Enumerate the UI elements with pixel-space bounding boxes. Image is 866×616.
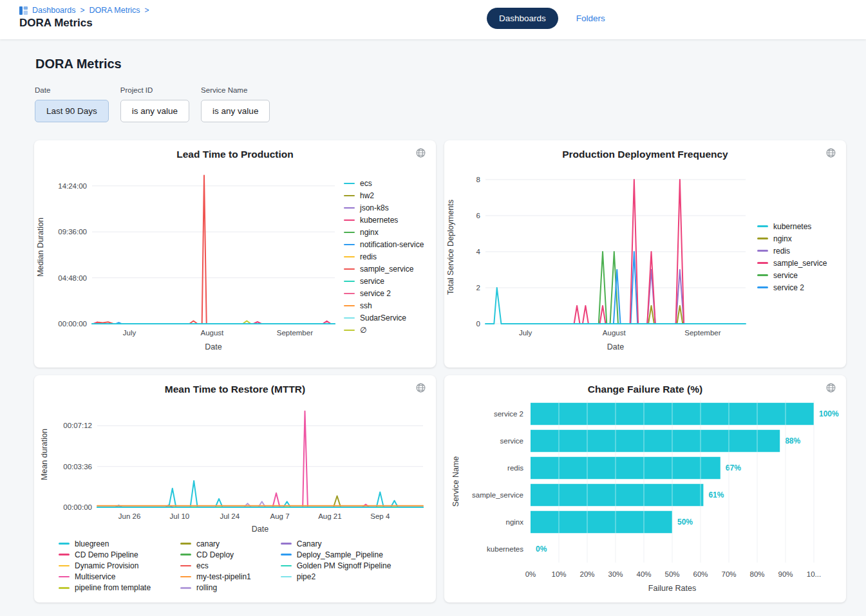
svg-text:8: 8 (476, 176, 480, 183)
legend-label: kubernetes (360, 216, 398, 225)
filter-project-id-value-button[interactable]: is any value (120, 100, 189, 122)
legend-swatch (344, 207, 355, 209)
legend-item[interactable]: service (757, 271, 827, 280)
svg-text:Failure Rates: Failure Rates (648, 584, 696, 593)
globe-icon[interactable] (414, 381, 428, 397)
legend-item[interactable]: ecs (180, 561, 251, 570)
legend-swatch (344, 244, 355, 246)
legend-item[interactable]: rolling (180, 583, 251, 592)
legend-label: pipe2 (297, 572, 315, 581)
legend-item[interactable]: kubernetes (757, 222, 827, 231)
filter-date-label: Date (35, 86, 109, 94)
filter-project-id-label: Project ID (120, 86, 189, 94)
legend-item[interactable]: sample_service (757, 259, 827, 268)
legend-swatch (344, 317, 355, 319)
svg-text:Mean duration: Mean duration (40, 429, 49, 480)
legend-item[interactable]: CD Demo Pipeline (59, 550, 151, 559)
legend-item[interactable]: sample_service (344, 265, 424, 274)
svg-text:Median Duration: Median Duration (36, 218, 45, 277)
legend-item[interactable]: bluegreen (59, 539, 151, 548)
legend-item[interactable]: redis (344, 252, 424, 261)
top-header: Dashboards > DORA Metrics > DORA Metrics… (0, 0, 866, 39)
legend-item[interactable]: Multiservice (59, 572, 151, 581)
legend-label: kubernetes (773, 222, 811, 231)
legend-item[interactable]: redis (757, 247, 827, 256)
legend-item[interactable]: nginx (757, 234, 827, 243)
tab-folders[interactable]: Folders (576, 14, 605, 23)
legend-item[interactable]: notification-service (344, 240, 424, 249)
legend-item[interactable]: SudarService (344, 313, 424, 322)
legend-label: Multiservice (75, 572, 115, 581)
filter-date-value-button[interactable]: Last 90 Days (35, 100, 109, 122)
svg-text:0: 0 (476, 320, 480, 328)
svg-text:20%: 20% (579, 570, 594, 578)
legend-label: ssh (360, 301, 372, 310)
legend-item[interactable]: Deploy_Sample_Pipeline (281, 550, 391, 559)
legend-swatch (344, 232, 355, 234)
filter-service-name-value-button[interactable]: is any value (201, 100, 270, 122)
legend-item[interactable]: CD Deploy (180, 550, 251, 559)
svg-text:40%: 40% (636, 570, 651, 578)
legend-item[interactable]: service 2 (757, 283, 827, 292)
change-failure-rate-chart[interactable]: service 2100%service88%redis67%sample_se… (448, 395, 842, 596)
legend-swatch (180, 554, 191, 555)
legend-label: redis (773, 247, 790, 256)
mttr-chart[interactable]: 00:00:0000:03:3600:07:12Jun 26Jul 10Jul … (38, 395, 432, 536)
svg-text:70%: 70% (721, 570, 736, 578)
legend-item[interactable]: kubernetes (344, 216, 424, 225)
lead-time-legend: ecshw2json-k8skubernetesnginxnotificatio… (340, 178, 424, 337)
globe-icon[interactable] (824, 146, 838, 162)
window-title: DORA Metrics (19, 17, 866, 30)
chart-title-change-failure-rate: Change Failure Rate (%) (444, 375, 846, 395)
dashboard-content: DORA Metrics Date Last 90 Days Project I… (0, 39, 866, 602)
legend-swatch (344, 330, 355, 331)
legend-item[interactable]: nginx (344, 228, 424, 237)
svg-text:Service Name: Service Name (451, 456, 460, 507)
deployment-frequency-chart[interactable]: 02468JulyAugustSeptemberDateTotal Servic… (444, 160, 753, 353)
legend-label: nginx (360, 228, 379, 237)
legend-item[interactable]: service 2 (344, 289, 424, 298)
page-title: DORA Metrics (35, 57, 866, 71)
lead-time-chart[interactable]: 00:00:0004:48:0009:36:0014:24:00JulyAugu… (34, 160, 340, 353)
legend-item[interactable]: pipe2 (281, 572, 391, 581)
legend-swatch (344, 281, 355, 283)
legend-swatch (281, 543, 292, 545)
legend-item[interactable]: ∅ (344, 326, 424, 335)
card-lead-time-to-production: Lead Time to Production 00:00:0004:48:00… (34, 140, 436, 368)
legend-item[interactable]: hw2 (344, 191, 424, 200)
legend-item[interactable]: service (344, 277, 424, 286)
globe-icon[interactable] (414, 146, 428, 162)
card-production-deployment-frequency: Production Deployment Frequency 02468Jul… (444, 140, 846, 368)
svg-text:50%: 50% (677, 518, 693, 527)
legend-item[interactable]: ecs (344, 179, 424, 188)
legend-label: service 2 (773, 283, 804, 292)
legend-item[interactable]: json-k8s (344, 203, 424, 212)
svg-text:00:03:36: 00:03:36 (63, 463, 92, 471)
svg-text:service 2: service 2 (494, 410, 523, 418)
globe-icon[interactable] (824, 381, 838, 397)
svg-text:00:07:12: 00:07:12 (63, 422, 92, 429)
card-mean-time-to-restore: Mean Time to Restore (MTTR) 00:00:0000:0… (34, 375, 436, 602)
tab-dashboards[interactable]: Dashboards (487, 8, 558, 29)
svg-text:00:00:00: 00:00:00 (63, 503, 92, 511)
breadcrumb-link-dora-metrics[interactable]: DORA Metrics (89, 6, 140, 15)
svg-text:61%: 61% (708, 490, 724, 499)
legend-item[interactable]: Dynamic Provision (59, 561, 151, 570)
legend-item[interactable]: my-test-pipelin1 (180, 572, 251, 581)
breadcrumb-link-dashboards[interactable]: Dashboards (32, 6, 75, 15)
legend-item[interactable]: ssh (344, 301, 424, 310)
legend-swatch (757, 286, 768, 288)
svg-text:Sep 4: Sep 4 (370, 512, 390, 520)
legend-item[interactable]: Golden PM Signoff Pipeline (281, 561, 391, 570)
svg-text:September: September (277, 329, 313, 337)
legend-item[interactable]: canary (180, 539, 251, 548)
svg-text:0%: 0% (536, 545, 547, 554)
legend-item[interactable]: Canary (281, 539, 391, 548)
legend-item[interactable]: pipeline from template (59, 583, 151, 592)
chart-title-deployment-frequency: Production Deployment Frequency (444, 140, 846, 160)
legend-swatch (180, 587, 191, 589)
svg-text:Aug 21: Aug 21 (318, 512, 341, 520)
card-change-failure-rate: Change Failure Rate (%) service 2100%ser… (444, 375, 846, 602)
svg-text:Jul 24: Jul 24 (220, 512, 240, 520)
legend-label: Golden PM Signoff Pipeline (297, 561, 391, 570)
